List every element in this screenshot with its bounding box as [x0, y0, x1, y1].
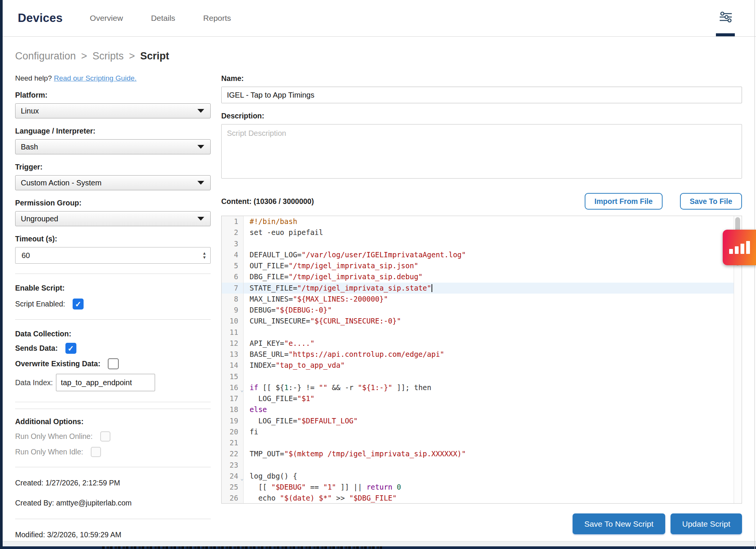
code-text: if [[ ${1:-} != "" && -r "${1:-}" ]]; th… — [244, 382, 742, 393]
trigger-dropdown[interactable]: Custom Action - System — [15, 175, 211, 190]
nav-tab-details[interactable]: Details — [151, 14, 175, 23]
line-number: 15 — [222, 371, 244, 382]
code-line[interactable]: 7STATE_FILE="/tmp/igel_imprivata_sip.sta… — [222, 283, 742, 294]
divider — [15, 519, 211, 519]
breadcrumb-separator: > — [129, 50, 135, 62]
data-index-input[interactable] — [56, 374, 155, 391]
code-line[interactable]: 26 echo "$(date) $*" >> "$DBG_FILE" — [222, 493, 742, 504]
update-script-button[interactable]: Update Script — [671, 513, 742, 534]
code-text: set -euo pipefail — [244, 227, 742, 238]
breadcrumb-separator: > — [81, 50, 87, 62]
line-number: 26 — [222, 493, 244, 504]
code-line[interactable]: 6DBG_FILE="/tmp/igel_imprivata_sip.debug… — [222, 271, 742, 282]
line-number: 2 — [222, 227, 244, 238]
line-number: 6 — [222, 271, 244, 282]
code-line[interactable]: 24⌄log_dbg() { — [222, 471, 742, 482]
code-line[interactable]: 25 [[ "$DEBUG" == "1" ]] || return 0 — [222, 482, 742, 493]
divider — [15, 409, 211, 409]
code-text: BASE_URL="https://api.controlup.com/edge… — [244, 349, 742, 360]
enable-script-label: Enable Script: — [15, 284, 211, 292]
language-dropdown[interactable]: Bash — [15, 139, 211, 154]
code-text — [244, 460, 742, 471]
code-line[interactable]: 8MAX_LINES="${MAX_LINES:-200000}" — [222, 294, 742, 305]
code-text: #!/bin/bash — [244, 216, 742, 227]
chevron-down-icon — [197, 217, 204, 221]
code-text: else — [244, 404, 742, 415]
description-label: Description: — [221, 112, 742, 120]
code-text: LOG_FILE="$1" — [244, 393, 742, 404]
run-online-label: Run Only When Online: — [15, 432, 93, 441]
code-line[interactable]: 22TMP_OUT="$(mktemp /tmp/igel_imprivata_… — [222, 448, 742, 459]
number-stepper-icon[interactable]: ▲▼ — [202, 252, 206, 259]
run-idle-checkbox — [91, 447, 101, 457]
occluded-background-text — [102, 546, 382, 549]
breadcrumb-scripts[interactable]: Scripts — [92, 50, 124, 62]
nav-tab-overview[interactable]: Overview — [90, 14, 123, 23]
active-tab-indicator — [716, 33, 735, 36]
line-number: 9 — [222, 305, 244, 316]
code-line[interactable]: 16⌄if [[ ${1:-} != "" && -r "${1:-}" ]];… — [222, 382, 742, 393]
code-line[interactable]: 12API_KEY="e...." — [222, 338, 742, 349]
code-line[interactable]: 4DEFAULT_LOG="/var/log/user/IGELImprivat… — [222, 249, 742, 260]
import-from-file-button[interactable]: Import From File — [585, 193, 663, 210]
modified-timestamp: Modified: 3/2/2026, 10:59:29 AM — [15, 530, 211, 539]
line-number: 12 — [222, 338, 244, 349]
save-to-file-button[interactable]: Save To File — [680, 193, 742, 210]
save-to-new-script-button[interactable]: Save To New Script — [573, 513, 665, 534]
code-line[interactable]: 15 — [222, 371, 742, 382]
run-online-checkbox — [100, 431, 110, 442]
line-number: 23 — [222, 460, 244, 471]
code-line[interactable]: 21 — [222, 437, 742, 448]
line-number: 11 — [222, 327, 244, 338]
scripting-guide-link[interactable]: Read our Scripting Guide. — [54, 74, 137, 82]
code-line[interactable]: 3 — [222, 238, 742, 249]
script-content-panel: Name: Description: Content: (10306 / 300… — [221, 74, 742, 534]
code-line[interactable]: 2set -euo pipefail — [222, 227, 742, 238]
timeout-label: Timeout (s): — [15, 235, 211, 243]
line-number: 7 — [222, 283, 244, 294]
overwrite-data-checkbox[interactable] — [108, 358, 119, 369]
code-line[interactable]: 20fi — [222, 426, 742, 437]
code-line[interactable]: 10CURL_INSECURE="${CURL_INSECURE:-0}" — [222, 316, 742, 327]
divider — [15, 319, 211, 320]
code-line[interactable]: 5OUT_FILE="/tmp/igel_imprivata_sip.json" — [222, 260, 742, 271]
code-text: echo "$(date) $*" >> "$DBG_FILE" — [244, 493, 742, 504]
overwrite-data-label: Overwrite Existing Data: — [15, 359, 100, 368]
line-number: 19 — [222, 415, 244, 426]
sends-data-checkbox[interactable]: ✓ — [65, 343, 76, 354]
line-number: 3 — [222, 238, 244, 249]
code-editor[interactable]: 1#!/bin/bash2set -euo pipefail34DEFAULT_… — [221, 216, 742, 504]
code-text: DEBUG="${DEBUG:-0}" — [244, 305, 742, 316]
code-line[interactable]: 1#!/bin/bash — [222, 216, 742, 227]
content-count-label: Content: (10306 / 3000000) — [221, 197, 314, 206]
text-cursor — [432, 284, 432, 292]
line-number: 10 — [222, 316, 244, 327]
code-line[interactable]: 18else — [222, 404, 742, 415]
bar-chart-badge[interactable] — [723, 230, 756, 265]
line-number: 22 — [222, 448, 244, 459]
nav-tab-reports[interactable]: Reports — [203, 14, 231, 23]
code-line[interactable]: 9DEBUG="${DEBUG:-0}" — [222, 305, 742, 316]
code-line[interactable]: 19 LOG_FILE="$DEFAULT_LOG" — [222, 415, 742, 426]
code-line[interactable]: 13BASE_URL="https://api.controlup.com/ed… — [222, 349, 742, 360]
breadcrumb-configuration[interactable]: Configuration — [15, 50, 76, 62]
sliders-icon — [718, 10, 733, 25]
line-number: 17 — [222, 393, 244, 404]
filter-settings-button[interactable] — [717, 10, 734, 26]
script-enabled-checkbox[interactable]: ✓ — [73, 299, 84, 309]
code-line[interactable]: 17 LOG_FILE="$1" — [222, 393, 742, 404]
code-line[interactable]: 23 — [222, 460, 742, 471]
created-timestamp: Created: 1/27/2026, 2:12:59 PM — [15, 479, 211, 487]
chevron-down-icon — [197, 181, 204, 185]
code-text — [244, 371, 742, 382]
timeout-input[interactable]: 60 ▲▼ — [15, 247, 211, 264]
script-name-input[interactable] — [221, 87, 742, 103]
line-number: 4 — [222, 249, 244, 260]
code-line[interactable]: 11 — [222, 327, 742, 338]
permission-group-dropdown[interactable]: Ungrouped — [15, 211, 211, 226]
script-description-textarea[interactable] — [221, 124, 742, 179]
window-left-border — [0, 0, 3, 549]
platform-dropdown[interactable]: Linux — [15, 103, 211, 118]
line-number: 8 — [222, 294, 244, 305]
code-line[interactable]: 14INDEX="tap_to_app_vda" — [222, 360, 742, 371]
